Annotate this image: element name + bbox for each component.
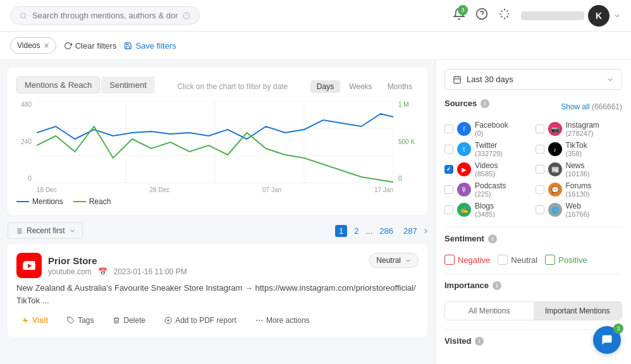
mention-meta: youtube.com 📅 2023-01-16 11:00 PM (48, 267, 187, 276)
source-news-checkbox[interactable] (536, 165, 544, 174)
sentiment-neutral[interactable]: Neutral (498, 255, 537, 265)
filter-tag-videos[interactable]: Videos × (10, 37, 56, 54)
svg-rect-26 (454, 76, 461, 83)
visit-button[interactable]: Visit (16, 313, 53, 328)
page-next-button[interactable]: › (424, 225, 427, 236)
sources-info-icon[interactable]: i (481, 99, 489, 108)
date-dropdown[interactable]: Last 30 days (444, 69, 622, 90)
chevron-down-icon (613, 12, 621, 20)
tab-mentions-reach[interactable]: Mentions & Reach (16, 76, 100, 94)
important-mentions-tab[interactable]: Important Mentions (534, 302, 622, 320)
search-box[interactable] (10, 6, 200, 25)
positive-checkbox[interactable] (545, 255, 555, 265)
facebook-icon: f (457, 122, 471, 136)
source-blogs-checkbox[interactable] (444, 205, 453, 214)
chart-subtitle: Click on the chart to filter by date (177, 82, 288, 91)
svg-point-0 (20, 13, 25, 18)
positive-label: Positive (558, 255, 587, 265)
source-tiktok-checkbox[interactable] (536, 145, 544, 154)
source-news: 📰 News (10136) (536, 161, 623, 178)
tags-button[interactable]: Tags (62, 313, 99, 328)
podcasts-icon: 🎙 (457, 183, 471, 197)
divider-2 (444, 274, 622, 274)
tab-sentiment[interactable]: Sentiment (101, 76, 155, 94)
plug-button[interactable] (498, 8, 511, 23)
sort-chevron-icon (69, 228, 76, 234)
x-label-1: 18 Dec (37, 186, 57, 193)
source-twitter: t Twitter (332729) (444, 141, 532, 157)
importance-info-icon[interactable]: i (493, 281, 501, 290)
source-web-checkbox[interactable] (536, 205, 544, 214)
neutral-checkbox[interactable] (498, 255, 508, 265)
refresh-icon (64, 42, 72, 50)
clear-filters-label: Clear filters (75, 41, 117, 51)
sentiment-header: Sentiment i (444, 234, 622, 250)
save-filters-button[interactable]: Save filters (124, 41, 176, 51)
filter-bar: Videos × Clear filters Save filters (0, 32, 631, 60)
reach-line-icon (73, 201, 86, 202)
sentiment-title: Sentiment i (444, 234, 497, 243)
sentiment-negative[interactable]: Negative (444, 255, 490, 265)
user-area: K (521, 5, 621, 27)
sources-title: Sources i (444, 99, 489, 108)
period-months-button[interactable]: Months (381, 80, 419, 93)
source-forums-checkbox[interactable] (536, 185, 544, 194)
source-videos-checkbox[interactable]: ✓ (444, 165, 453, 174)
sort-button[interactable]: Recent first (8, 222, 83, 239)
pdf-icon (164, 317, 172, 324)
forums-icon: 💬 (548, 183, 562, 197)
x-label-4: 17 Jan (374, 186, 393, 193)
period-days-button[interactable]: Days (310, 80, 340, 93)
page-2[interactable]: 2 (351, 225, 362, 237)
importance-title: Importance i (444, 281, 501, 290)
help-button[interactable] (475, 8, 488, 23)
negative-checkbox[interactable] (444, 255, 455, 265)
page-1[interactable]: 1 (335, 225, 347, 237)
mention-domain: youtube.com (48, 267, 92, 276)
notifications-button[interactable]: 3 (453, 8, 465, 23)
source-podcasts-checkbox[interactable] (444, 185, 453, 194)
list-controls: Recent first 1 2 ... 286 287 › (8, 222, 427, 239)
more-actions-button[interactable]: ⋯ More actions (250, 313, 315, 328)
mention-date: 2023-01-16 11:00 PM (114, 267, 187, 276)
filter-tag-label: Videos (17, 41, 40, 50)
source-facebook-checkbox[interactable] (444, 124, 453, 133)
calendar-icon (453, 75, 462, 84)
add-pdf-button[interactable]: Add to PDF report (159, 313, 242, 328)
chat-bubble[interactable]: 3 (593, 326, 621, 354)
x-label-2: 28 Dec (150, 186, 170, 193)
clear-filters-button[interactable]: Clear filters (64, 41, 117, 51)
mention-card: Prior Store youtube.com 📅 2023-01-16 11:… (8, 244, 427, 337)
header-right: 3 K (453, 5, 621, 27)
visited-info-icon[interactable]: i (475, 337, 484, 346)
filter-tag-close[interactable]: × (44, 40, 49, 51)
page-286[interactable]: 286 (376, 225, 396, 237)
calendar-icon: 📅 (98, 267, 107, 276)
show-all-link[interactable]: Show all (666661) (561, 102, 622, 111)
period-weeks-button[interactable]: Weeks (343, 80, 378, 93)
chart-card: Mentions & Reach Sentiment Click on the … (8, 68, 427, 215)
more-dots: ⋯ (255, 316, 263, 325)
sentiment-badge[interactable]: Neutral (369, 253, 419, 268)
sentiment-positive[interactable]: Positive (545, 255, 587, 265)
chart-svg[interactable] (37, 101, 393, 183)
delete-button[interactable]: Delete (107, 313, 150, 328)
chart-header: Mentions & Reach Sentiment Click on the … (16, 76, 419, 96)
sources-grid: f Facebook (0) 📷 Instagram (278247) t (444, 121, 622, 218)
importance-header: Importance i (444, 281, 622, 296)
source-instagram-checkbox[interactable] (536, 124, 544, 133)
all-mentions-tab[interactable]: All Mentions (445, 302, 534, 320)
sort-label: Recent first (27, 226, 65, 235)
source-twitter-checkbox[interactable] (444, 145, 453, 154)
search-input[interactable] (32, 11, 178, 20)
sentiment-info-icon[interactable]: i (488, 234, 497, 243)
sort-icon (15, 227, 23, 235)
page-287[interactable]: 287 (400, 225, 420, 237)
sentiment-options: Negative Neutral Positive (444, 255, 622, 265)
trash-icon (113, 317, 120, 324)
page-ellipsis: ... (365, 226, 372, 236)
avatar[interactable]: K (588, 5, 610, 27)
legend-reach-label: Reach (89, 197, 111, 206)
mention-info: Prior Store youtube.com 📅 2023-01-16 11:… (48, 255, 187, 276)
notif-badge: 3 (458, 5, 468, 15)
